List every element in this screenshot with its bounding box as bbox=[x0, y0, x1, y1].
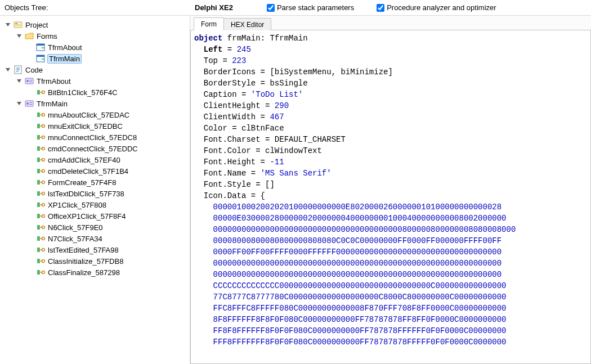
tree-item-label: mnuExitClick_57EDBC bbox=[47, 122, 123, 131]
svg-point-37 bbox=[42, 204, 45, 206]
parse-stack-label: Parse stack parameters bbox=[277, 3, 354, 12]
tree-class-item[interactable]: TfrmAbout bbox=[16, 75, 187, 87]
procedure-icon bbox=[36, 155, 45, 164]
tree-item-label: ClassInitialize_57FDB8 bbox=[47, 257, 124, 266]
project-icon bbox=[14, 20, 23, 29]
tree-form-item[interactable]: TfrmAbout bbox=[27, 42, 187, 53]
svg-rect-42 bbox=[37, 236, 40, 241]
editor-tabs: Form HEX Editor bbox=[190, 16, 591, 30]
svg-point-23 bbox=[42, 125, 45, 128]
procedure-icon bbox=[36, 189, 45, 198]
tree-procedure-item[interactable]: N6Click_57F9E0 bbox=[27, 222, 187, 233]
tree-item-label: FormCreate_57F4F8 bbox=[47, 178, 117, 187]
form-icon bbox=[36, 43, 45, 52]
procedure-icon bbox=[36, 88, 45, 97]
objects-tree-label: Objects Tree: bbox=[5, 3, 195, 12]
svg-rect-24 bbox=[37, 135, 40, 140]
tree-expander-icon[interactable] bbox=[16, 78, 23, 84]
tree-form-item[interactable]: TfrmMain bbox=[27, 53, 187, 64]
tree-item-label: ClassFinalize_587298 bbox=[47, 268, 120, 277]
procedure-icon bbox=[36, 245, 45, 254]
tree-expander-icon[interactable] bbox=[5, 21, 11, 28]
tree-procedure-item[interactable]: lstTextEdited_57FA98 bbox=[27, 244, 187, 255]
procedure-icon bbox=[36, 144, 45, 153]
svg-point-45 bbox=[42, 249, 45, 251]
tree-project[interactable]: Project bbox=[5, 19, 187, 30]
procedure-icon bbox=[36, 268, 45, 277]
svg-rect-14 bbox=[37, 90, 40, 95]
tree-expander-icon[interactable] bbox=[16, 100, 23, 107]
procedure-icon bbox=[36, 178, 45, 187]
tree-forms-folder[interactable]: Forms bbox=[16, 30, 187, 42]
form-icon bbox=[36, 54, 45, 63]
proc-analyzer-label: Procedure analyzer and optimizer bbox=[387, 3, 496, 12]
tree-class-item[interactable]: TfrmMain bbox=[16, 98, 187, 109]
tree-procedure-item[interactable]: XP1Click_57F808 bbox=[27, 199, 187, 210]
folder-icon bbox=[25, 32, 34, 41]
svg-rect-12 bbox=[29, 80, 32, 80]
svg-point-31 bbox=[42, 170, 45, 173]
svg-rect-19 bbox=[29, 104, 32, 105]
svg-point-39 bbox=[42, 215, 45, 218]
svg-point-43 bbox=[42, 237, 45, 240]
tab-hex[interactable]: HEX Editor bbox=[223, 18, 271, 30]
procedure-icon bbox=[36, 257, 45, 266]
proc-analyzer-input[interactable] bbox=[377, 4, 384, 12]
svg-rect-22 bbox=[37, 124, 40, 128]
tree-procedure-item[interactable]: OfficeXP1Click_57F8F4 bbox=[27, 210, 187, 222]
objects-tree[interactable]: ProjectFormsTfrmAboutTfrmMainCodeTfrmAbo… bbox=[0, 16, 190, 364]
svg-rect-7 bbox=[37, 55, 44, 57]
svg-rect-20 bbox=[37, 113, 40, 117]
svg-rect-32 bbox=[37, 180, 40, 185]
class-icon bbox=[25, 99, 34, 108]
tree-procedure-item[interactable]: cmdDeleteClick_57F1B4 bbox=[27, 165, 187, 177]
tree-procedure-item[interactable]: cmdConnectClick_57EDDC bbox=[27, 143, 187, 154]
tree-procedure-item[interactable]: ClassInitialize_57FDB8 bbox=[27, 255, 187, 267]
tree-procedure-item[interactable]: FormCreate_57F4F8 bbox=[27, 177, 187, 188]
tree-procedure-item[interactable]: cmdAddClick_57EF40 bbox=[27, 154, 187, 165]
tab-form[interactable]: Form bbox=[194, 17, 224, 30]
svg-point-47 bbox=[42, 260, 45, 263]
parse-stack-input[interactable] bbox=[267, 4, 275, 12]
svg-rect-5 bbox=[42, 47, 44, 48]
tree-item-label: Project bbox=[25, 21, 48, 29]
tree-procedure-item[interactable]: lstTextDblClick_57F738 bbox=[27, 188, 187, 199]
svg-rect-2 bbox=[15, 25, 21, 25]
svg-point-25 bbox=[42, 136, 45, 139]
svg-rect-40 bbox=[37, 225, 40, 230]
tree-procedure-item[interactable]: mnuAboutClick_57EDAC bbox=[27, 109, 187, 120]
proc-analyzer-checkbox[interactable]: Procedure analyzer and optimizer bbox=[377, 3, 496, 12]
tree-item-label: Forms bbox=[36, 32, 58, 41]
dfm-editor[interactable]: object frmMain: TfrmMain Left = 245 Top … bbox=[190, 30, 591, 364]
svg-point-15 bbox=[42, 91, 45, 94]
tree-item-label: BitBtn1Click_576F4C bbox=[47, 88, 118, 97]
svg-rect-36 bbox=[37, 203, 40, 207]
svg-point-21 bbox=[42, 114, 45, 116]
tree-procedure-item[interactable]: ClassFinalize_587298 bbox=[27, 267, 187, 278]
tree-expander-icon[interactable] bbox=[5, 66, 11, 73]
procedure-icon bbox=[36, 212, 45, 221]
tree-procedure-item[interactable]: N7Click_57FA34 bbox=[27, 233, 187, 244]
tree-item-label: cmdConnectClick_57EDDC bbox=[47, 145, 138, 153]
svg-rect-44 bbox=[37, 248, 40, 252]
tree-procedure-item[interactable]: BitBtn1Click_576F4C bbox=[27, 87, 187, 98]
tree-code[interactable]: Code bbox=[5, 64, 187, 75]
tree-item-label: mnuAboutClick_57EDAC bbox=[47, 111, 130, 119]
parse-stack-checkbox[interactable]: Parse stack parameters bbox=[267, 3, 354, 12]
tree-item-label: Code bbox=[25, 66, 43, 74]
procedure-icon bbox=[36, 110, 45, 119]
svg-point-41 bbox=[42, 226, 45, 229]
svg-rect-48 bbox=[37, 270, 40, 275]
svg-rect-18 bbox=[29, 102, 32, 103]
svg-point-11 bbox=[26, 80, 29, 82]
tree-procedure-item[interactable]: mnuConnectClick_57EDC8 bbox=[27, 132, 187, 143]
tree-expander-icon[interactable] bbox=[16, 33, 23, 39]
tree-item-label: N6Click_57F9E0 bbox=[47, 223, 104, 232]
procedure-icon bbox=[36, 133, 45, 142]
tree-item-label: cmdAddClick_57EF40 bbox=[47, 156, 121, 164]
code-icon bbox=[14, 65, 23, 74]
tree-procedure-item[interactable]: mnuExitClick_57EDBC bbox=[27, 120, 187, 132]
svg-rect-4 bbox=[37, 44, 44, 46]
svg-rect-28 bbox=[37, 158, 40, 162]
svg-rect-8 bbox=[42, 59, 44, 60]
